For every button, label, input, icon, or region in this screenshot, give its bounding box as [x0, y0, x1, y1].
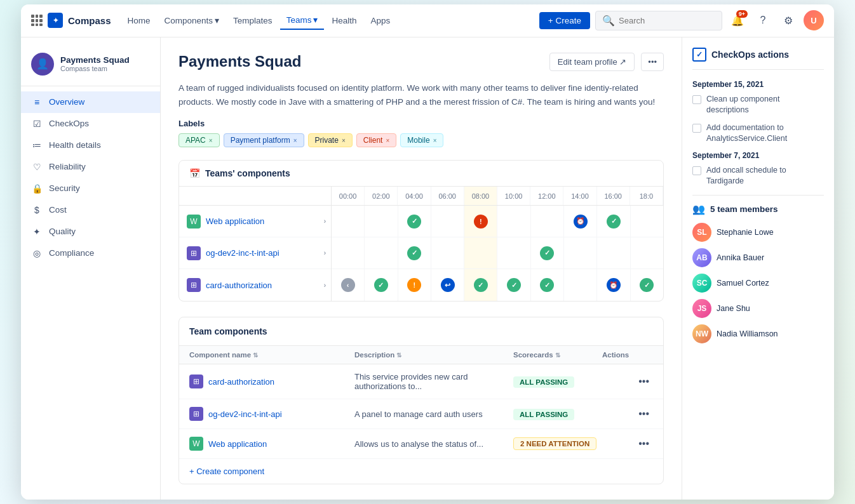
checkops-checkbox-1[interactable] — [692, 95, 701, 104]
hour-6: 12:00 — [530, 187, 563, 205]
component-web-app[interactable]: W Web application — [189, 437, 354, 451]
help-button[interactable]: ? — [753, 10, 773, 30]
sidebar-item-compliance[interactable]: ◎ Compliance — [21, 242, 160, 264]
label-apac[interactable]: APAC × — [178, 133, 220, 147]
search-input[interactable] — [619, 16, 715, 25]
label-client[interactable]: Client × — [356, 133, 397, 147]
web-app-name: Web application — [206, 216, 264, 226]
component-card-auth[interactable]: ⊞ card-authorization — [189, 375, 354, 388]
web-app-scorecard: 2 NEED ATTENTION — [513, 437, 602, 450]
timeline-label-web[interactable]: W Web application — [179, 215, 319, 229]
label-mobile[interactable]: Mobile × — [400, 133, 443, 147]
label-payment-close[interactable]: × — [293, 137, 297, 144]
sidebar-item-overview-label: Overview — [49, 97, 84, 107]
cell-api-6: ✓ — [531, 237, 564, 269]
team-components-header: Team components — [179, 317, 663, 346]
card-chevron[interactable]: › — [319, 282, 331, 289]
card-auth-more-button[interactable]: ••• — [635, 375, 653, 388]
hour-2: 04:00 — [398, 187, 431, 205]
card-icon: ⊞ — [187, 278, 201, 292]
web-app-actions: ••• — [602, 437, 653, 451]
status-card-2: ! — [407, 278, 421, 292]
checkops-checkbox-3[interactable] — [692, 166, 701, 175]
label-payment-platform[interactable]: Payment platform × — [224, 133, 304, 147]
timeline-data-api: ✓ ✓ — [332, 237, 663, 269]
member-avatar-1: SL — [692, 223, 711, 242]
timeline-row-api: ⊞ og-dev2-inc-t-int-api › — [179, 237, 331, 269]
cell-api-2: ✓ — [398, 237, 431, 269]
create-button[interactable]: + Create — [539, 12, 590, 29]
timeline-label-card[interactable]: ⊞ card-authorization — [179, 278, 319, 292]
web-app-chevron[interactable]: › — [319, 218, 331, 225]
label-apac-close[interactable]: × — [209, 137, 213, 144]
user-avatar[interactable]: U — [804, 10, 824, 30]
cell-api-8 — [597, 237, 630, 269]
card-auth-name: card-authorization — [208, 377, 274, 387]
sidebar-item-quality[interactable]: ✦ Quality — [21, 221, 160, 242]
nav-health[interactable]: Health — [325, 12, 363, 29]
team-avatar: 👤 — [31, 53, 54, 76]
right-panel: ✓ CheckOps actions September 15, 2021 Cl… — [682, 37, 834, 500]
timeline-header-label: Teams' components — [205, 168, 290, 178]
label-mobile-close[interactable]: × — [433, 137, 437, 144]
timeline-grid: W Web application › ⊞ og-dev2-inc-t-int-… — [179, 187, 663, 301]
notifications-button[interactable]: 🔔 9+ — [727, 10, 748, 30]
nav-apps[interactable]: Apps — [364, 12, 396, 29]
create-component-button[interactable]: + Create component — [179, 459, 663, 484]
cell-web-1 — [365, 206, 398, 237]
component-og-api[interactable]: ⊞ og-dev2-inc-t-int-api — [189, 407, 354, 421]
search-icon: 🔍 — [602, 15, 615, 27]
og-api-more-button[interactable]: ••• — [635, 407, 653, 421]
cell-card-3: ↩ — [431, 269, 464, 301]
status-web-8: ✓ — [607, 215, 621, 229]
nav-templates[interactable]: Templates — [227, 12, 279, 29]
cell-api-5 — [497, 237, 530, 269]
web-app-badge: 2 NEED ATTENTION — [513, 437, 596, 450]
timeline-label-api[interactable]: ⊞ og-dev2-inc-t-int-api — [179, 246, 319, 260]
sidebar-item-overview[interactable]: ≡ Overview — [21, 91, 160, 113]
quality-icon: ✦ — [31, 226, 43, 237]
edit-profile-button[interactable]: Edit team profile ↗ — [549, 53, 635, 71]
sidebar-item-compliance-label: Compliance — [49, 248, 94, 258]
cell-card-2: ! — [398, 269, 431, 301]
web-app-more-button[interactable]: ••• — [635, 437, 653, 451]
timeline-content: 00:00 02:00 04:00 06:00 08:00 10:00 12:0… — [332, 187, 663, 301]
grid-icon[interactable] — [31, 15, 43, 26]
nav-home[interactable]: Home — [121, 12, 157, 29]
og-api-name: og-dev2-inc-t-int-api — [208, 409, 282, 419]
member-avatar-5: NW — [692, 324, 711, 343]
checkops-checkbox-2[interactable] — [692, 124, 701, 133]
sidebar-item-cost[interactable]: $ Cost — [21, 199, 160, 221]
compliance-icon: ◎ — [31, 248, 43, 259]
sort-desc-icon: ⇅ — [396, 352, 401, 359]
member-avatar-3: SC — [692, 274, 711, 293]
sidebar-item-security[interactable]: 🔒 Security — [21, 178, 160, 199]
api-chevron[interactable]: › — [319, 249, 331, 256]
logo-area: ✦ Compass — [31, 13, 111, 28]
table-row: ⊞ card-authorization This service provid… — [179, 364, 663, 399]
members-icon: 👥 — [692, 203, 705, 215]
status-card-8: ⏰ — [607, 278, 621, 292]
nav-components[interactable]: Components ▾ — [158, 11, 226, 29]
sidebar-item-health-details[interactable]: ≔ Health details — [21, 135, 160, 156]
label-private[interactable]: Private × — [308, 133, 353, 147]
status-card-1: ✓ — [374, 278, 388, 292]
cell-card-8: ⏰ — [597, 269, 630, 301]
sidebar: 👤 Payments Squad Compass team ≡ Overview… — [21, 37, 161, 500]
web-app-desc: Allows us to analyse the status of... — [354, 439, 513, 449]
cell-card-6: ✓ — [531, 269, 564, 301]
label-private-close[interactable]: × — [342, 137, 346, 144]
sidebar-item-reliability[interactable]: ♡ Reliability — [21, 156, 160, 178]
search-box[interactable]: 🔍 — [595, 11, 722, 30]
more-options-button[interactable]: ••• — [641, 53, 664, 71]
settings-button[interactable]: ⚙ — [778, 10, 798, 30]
sidebar-item-security-label: Security — [49, 183, 80, 193]
checkops-item: Add oncall schedule to Tardigarde — [692, 165, 824, 187]
nav-components-label: Components — [165, 16, 213, 25]
nav-teams[interactable]: Teams ▾ — [280, 11, 325, 30]
member-item: AB Annika Bauer — [692, 248, 824, 267]
sidebar-item-checkops[interactable]: ☑ CheckOps — [21, 113, 160, 135]
status-card-0: ‹ — [341, 278, 355, 292]
date-label-2: September 7, 2021 — [692, 151, 824, 160]
label-client-close[interactable]: × — [386, 137, 389, 144]
